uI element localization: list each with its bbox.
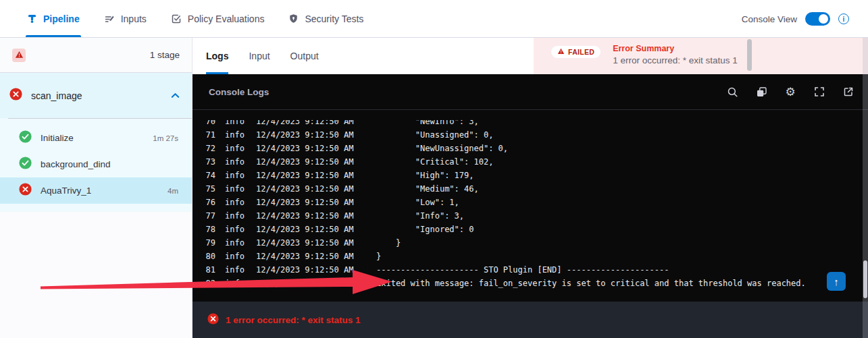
log-timestamp: 12/4/2023 9:12:50 AM <box>256 182 376 196</box>
log-timestamp: 12/4/2023 9:12:50 AM <box>256 209 376 223</box>
log-line: 72 info 12/4/2023 9:12:50 AM "NewUnassig… <box>193 142 863 155</box>
stage-row-scan-image[interactable]: scan_image <box>0 73 192 118</box>
stage-header: 1 stage <box>0 38 192 73</box>
stage-name-label: scan_image <box>31 90 82 101</box>
log-line: 77 info 12/4/2023 9:12:50 AM "Info": 3, <box>193 209 863 223</box>
console-toolbar: ⚙ <box>726 86 854 98</box>
security-tests-icon <box>288 13 299 24</box>
tab-policy-evaluations[interactable]: Policy Evaluations <box>171 0 265 37</box>
execution-sidebar: 1 stage scan_image Initialize 1m 27s bac… <box>0 38 193 338</box>
console-title: Console Logs <box>209 87 269 97</box>
log-text: "NewUnassigned": 0, <box>376 142 508 155</box>
log-text: "High": 179, <box>376 169 474 182</box>
log-line: 74 info 12/4/2023 9:12:50 AM "High": 179… <box>193 169 863 182</box>
log-timestamp: 12/4/2023 9:12:50 AM <box>256 263 376 277</box>
log-timestamp: 12/4/2023 9:12:50 AM <box>256 120 376 128</box>
log-text: "Low": 1, <box>376 196 459 209</box>
fullscreen-icon[interactable] <box>813 86 825 98</box>
log-level: info <box>225 182 256 196</box>
page-scrollbar[interactable] <box>863 38 868 338</box>
tab-inputs-label: Inputs <box>121 13 147 24</box>
log-text: "Info": 3, <box>376 209 464 223</box>
tab-security-tests[interactable]: Security Tests <box>288 0 363 37</box>
success-status-icon <box>19 130 32 146</box>
console-panel: Console Logs ⚙ <box>193 74 868 302</box>
log-level: info <box>225 155 256 169</box>
log-text: --------------------- STO Plugin [END] -… <box>376 263 669 277</box>
footer-error-text: 1 error occurred: * exit status 1 <box>226 315 361 325</box>
log-line-number: 70 <box>193 120 215 128</box>
log-line: 76 info 12/4/2023 9:12:50 AM "Low": 1, <box>193 196 863 209</box>
tab-input[interactable]: Input <box>249 38 270 74</box>
tab-security-tests-label: Security Tests <box>305 13 363 24</box>
log-line-number: 76 <box>193 196 215 209</box>
stage-block: scan_image Initialize 1m 27s background_… <box>0 73 192 212</box>
console-log-output[interactable]: 70 info 12/4/2023 9:12:50 AM "NewInfo": … <box>193 120 863 299</box>
scroll-to-top-button[interactable]: ↑ <box>827 272 846 291</box>
search-icon[interactable] <box>726 86 738 98</box>
log-timestamp: 12/4/2023 9:12:50 AM <box>256 155 376 169</box>
log-text: "Medium": 46, <box>376 182 479 196</box>
log-timestamp: 12/4/2023 9:12:50 AM <box>256 169 376 182</box>
console-header: Console Logs ⚙ <box>193 74 868 110</box>
page-scrollbar-thumb[interactable] <box>863 260 867 298</box>
success-status-icon <box>19 157 32 172</box>
info-icon[interactable]: i <box>838 13 849 24</box>
inputs-icon <box>104 13 115 24</box>
log-level: info <box>225 263 256 277</box>
log-line: 71 info 12/4/2023 9:12:50 AM "Unassigned… <box>193 128 863 142</box>
open-in-new-icon[interactable] <box>842 86 854 98</box>
failed-status-icon <box>19 183 32 198</box>
error-summary-title: Error Summary <box>613 44 738 53</box>
step-row-initialize[interactable]: Initialize 1m 27s <box>0 125 192 151</box>
log-text: Exited with message: fail_on_severity is… <box>376 277 806 290</box>
step-row-background_dind[interactable]: background_dind <box>0 151 192 177</box>
log-text: } <box>376 250 381 263</box>
step-row-aquatrivy_1[interactable]: AquaTrivy_1 4m <box>0 177 192 204</box>
footer-error-bar: 1 error occurred: * exit status 1 <box>193 302 868 338</box>
tab-pipeline[interactable]: Pipeline <box>27 0 80 37</box>
log-timestamp: 12/4/2023 9:12:50 AM <box>256 250 376 263</box>
console-view-control: Console View i <box>742 0 849 38</box>
log-line: 81 info 12/4/2023 9:12:50 AM -----------… <box>193 263 863 277</box>
error-summary-banner: FAILED Error Summary 1 error occurred: *… <box>534 38 868 74</box>
log-line-number: 80 <box>193 250 215 263</box>
tab-pipeline-label: Pipeline <box>43 13 80 24</box>
tab-inputs[interactable]: Inputs <box>104 0 147 37</box>
log-line: 73 info 12/4/2023 9:12:50 AM "Critical":… <box>193 155 863 169</box>
log-text: "Unassigned": 0, <box>376 128 493 142</box>
pipeline-icon <box>27 13 37 24</box>
console-view-label: Console View <box>742 14 797 24</box>
settings-icon[interactable]: ⚙ <box>784 86 796 98</box>
log-timestamp: 12/4/2023 9:12:50 AM <box>256 142 376 155</box>
toggle-knob <box>819 14 828 24</box>
chevron-up-icon[interactable] <box>171 92 180 98</box>
log-level: info <box>225 236 256 250</box>
log-level: info <box>225 128 256 142</box>
log-timestamp: 12/4/2023 9:12:50 AM <box>256 236 376 250</box>
log-level: info <box>225 250 256 263</box>
log-timestamp: 12/4/2023 9:12:50 AM <box>256 196 376 209</box>
tab-logs[interactable]: Logs <box>206 38 228 74</box>
failed-warning-icon <box>557 48 565 56</box>
log-timestamp: 12/4/2023 9:12:50 AM <box>256 223 376 236</box>
log-level: info <box>225 120 256 128</box>
console-view-toggle[interactable] <box>805 12 830 26</box>
log-line-number: 74 <box>193 169 215 182</box>
log-text: "Critical": 102, <box>376 155 493 169</box>
failed-badge-label: FAILED <box>568 48 594 56</box>
log-level: info <box>225 142 256 155</box>
stage-warning-badge[interactable] <box>12 49 26 62</box>
log-line-number: 82 <box>193 277 215 290</box>
log-line-number: 73 <box>193 155 215 169</box>
tab-output[interactable]: Output <box>290 38 319 74</box>
warning-triangle-icon <box>15 49 24 61</box>
log-line-number: 71 <box>193 128 215 142</box>
log-text: "NewInfo": 3, <box>376 120 479 128</box>
failed-badge: FAILED <box>551 46 601 58</box>
tab-policy-evaluations-label: Policy Evaluations <box>188 13 265 24</box>
copy-icon[interactable] <box>755 86 767 98</box>
policy-evaluations-icon <box>171 13 182 24</box>
log-level: info <box>225 277 256 290</box>
banner-scrollbar-thumb[interactable] <box>747 39 752 71</box>
